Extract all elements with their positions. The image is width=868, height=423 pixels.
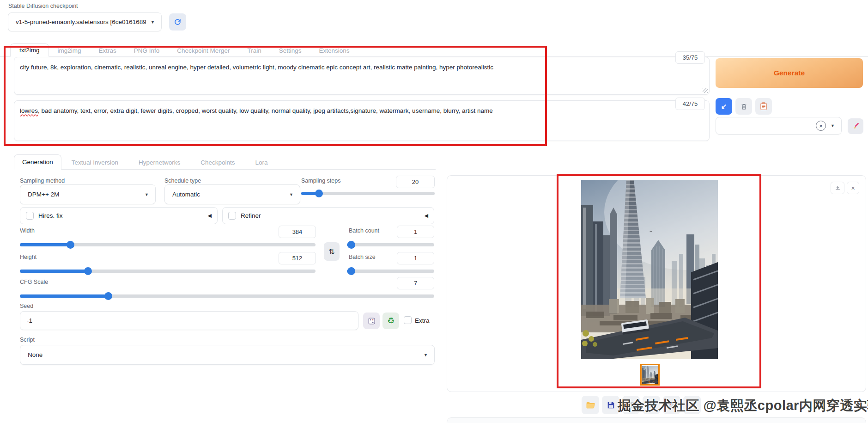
styles-select[interactable]: × ▼ [716, 117, 842, 135]
generate-button[interactable]: Generate [716, 58, 863, 88]
width-label: Width [20, 227, 35, 234]
clear-styles-icon[interactable]: × [816, 121, 826, 131]
batch-size-label: Batch size [349, 254, 376, 260]
tab-settings[interactable]: Settings [270, 44, 310, 57]
main-tabs: txt2img img2img Extras PNG Info Checkpoi… [10, 43, 358, 57]
chevron-down-icon: ▼ [424, 353, 428, 357]
folder-icon [586, 401, 595, 409]
sampling-steps-slider[interactable] [301, 192, 435, 195]
chevron-down-icon: ▼ [151, 20, 155, 25]
watermark-text: 掘金技术社区 @袁熙丞cpolar内网穿透实验室 [618, 397, 868, 415]
tab-txt2img[interactable]: txt2img [10, 43, 49, 57]
collapse-left-icon: ◀ [208, 213, 212, 219]
checkpoint-select[interactable]: v1-5-pruned-emaonly.safetensors [6ce0161… [8, 12, 162, 31]
clipboard-icon [760, 102, 767, 110]
checkpoint-value: v1-5-pruned-emaonly.safetensors [6ce0161… [16, 18, 146, 25]
dice-icon [368, 318, 375, 325]
tab-extras[interactable]: Extras [90, 44, 125, 57]
negative-prompt-text: , bad anatomy, text, error, extra digit,… [38, 107, 493, 114]
tab-checkpoint-merger[interactable]: Checkpoint Merger [168, 44, 238, 57]
cfg-scale-value[interactable]: 7 [397, 277, 434, 289]
batch-count-value[interactable]: 1 [397, 226, 434, 238]
cfg-scale-slider[interactable] [20, 294, 434, 298]
seed-label: Seed [20, 303, 33, 309]
extra-seed-label: Extra [415, 317, 430, 324]
close-gallery-button[interactable]: × [847, 182, 859, 194]
sampling-method-value: DPM++ 2M [28, 191, 140, 198]
chevron-down-icon: ▼ [289, 192, 293, 197]
swap-icon: ⇅ [328, 247, 334, 256]
refresh-checkpoint-button[interactable] [169, 13, 186, 31]
hires-fix-label: Hires. fix [38, 212, 208, 219]
generate-button-label: Generate [774, 69, 805, 77]
floppy-disk-icon [607, 401, 615, 409]
negative-prompt-misspelled-word: lowres [20, 107, 38, 114]
prompt-input[interactable]: city future, 8k, exploration, cinematic,… [14, 57, 710, 95]
refiner-label: Refiner [241, 212, 425, 219]
refiner-panel[interactable]: Refiner ◀ [222, 207, 434, 224]
checkpoint-label: Stable Diffusion checkpoint [8, 3, 78, 9]
sampling-method-select[interactable]: DPM++ 2M ▼ [20, 184, 156, 204]
height-value[interactable]: 512 [279, 252, 316, 264]
gallery-thumbnail-selected[interactable] [640, 364, 660, 386]
schedule-type-value: Automatic [172, 191, 285, 198]
script-label: Script [20, 337, 35, 343]
hires-fix-checkbox[interactable] [26, 212, 34, 220]
tab-textual-inversion[interactable]: Textual Inversion [61, 155, 128, 170]
chevron-down-icon: ▼ [145, 192, 149, 197]
stable-diffusion-webui: Stable Diffusion checkpoint v1-5-pruned-… [0, 0, 868, 423]
negative-prompt-token-counter: 42/75 [675, 98, 705, 110]
seed-input[interactable]: -1 [20, 311, 358, 330]
collapse-left-icon: ◀ [425, 213, 428, 219]
close-icon: × [851, 184, 855, 192]
reuse-seed-button[interactable]: ♻ [382, 313, 399, 329]
cfg-scale-label: CFG Scale [20, 279, 48, 285]
save-image-button[interactable] [602, 396, 619, 414]
edit-styles-button[interactable] [848, 118, 863, 134]
refresh-icon [173, 18, 182, 26]
prompt-resize-handle[interactable] [703, 88, 708, 93]
width-slider[interactable] [20, 243, 316, 246]
tab-lora[interactable]: Lora [245, 155, 278, 170]
batch-size-value[interactable]: 1 [397, 252, 434, 264]
height-label: Height [20, 254, 36, 260]
random-seed-button[interactable] [363, 313, 380, 329]
batch-count-slider[interactable] [347, 243, 434, 246]
trash-icon [740, 103, 748, 110]
generation-info-panel-edge [447, 417, 866, 423]
paintbrush-icon [851, 122, 860, 130]
script-value: None [28, 351, 419, 358]
recycle-icon: ♻ [387, 316, 395, 326]
refiner-checkbox[interactable] [228, 212, 236, 220]
paste-parameters-button[interactable]: ↙ [716, 98, 732, 115]
swap-dimensions-button[interactable]: ⇅ [324, 242, 340, 261]
download-icon [835, 185, 841, 191]
arrow-down-left-icon: ↙ [721, 102, 727, 110]
clear-prompt-button[interactable] [735, 98, 752, 115]
schedule-type-select[interactable]: Automatic ▼ [164, 184, 300, 204]
generated-image[interactable] [581, 180, 718, 359]
height-slider[interactable] [20, 270, 316, 273]
tab-checkpoints[interactable]: Checkpoints [190, 155, 245, 170]
sampling-steps-label: Sampling steps [301, 178, 340, 184]
download-image-button[interactable] [831, 182, 844, 194]
chevron-down-icon: ▼ [831, 123, 835, 128]
sampling-steps-value[interactable]: 20 [396, 176, 435, 188]
tab-img2img[interactable]: img2img [49, 44, 90, 57]
negative-prompt-input[interactable]: lowres, bad anatomy, text, error, extra … [14, 100, 710, 141]
tab-hypernetworks[interactable]: Hypernetworks [128, 155, 190, 170]
sampling-method-label: Sampling method [20, 178, 65, 184]
script-select[interactable]: None ▼ [20, 345, 435, 365]
extra-seed-checkbox[interactable] [404, 316, 412, 324]
schedule-type-label: Schedule type [164, 178, 201, 184]
tab-png-info[interactable]: PNG Info [125, 44, 169, 57]
open-folder-button[interactable] [582, 396, 599, 414]
prompt-token-counter: 35/75 [675, 51, 705, 64]
batch-size-slider[interactable] [347, 270, 434, 273]
tab-generation[interactable]: Generation [14, 154, 61, 170]
hires-fix-panel[interactable]: Hires. fix ◀ [20, 207, 218, 224]
apply-styles-button[interactable] [755, 98, 772, 115]
width-value[interactable]: 384 [279, 226, 316, 238]
tab-train[interactable]: Train [238, 44, 270, 57]
tab-extensions[interactable]: Extensions [310, 44, 358, 57]
